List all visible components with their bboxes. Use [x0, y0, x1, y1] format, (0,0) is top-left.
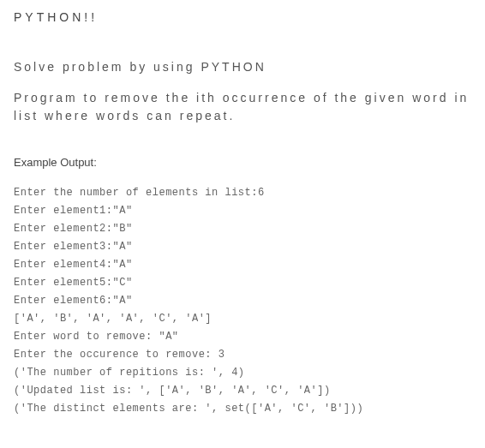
output-line: Enter the occurence to remove: 3 — [14, 346, 471, 364]
output-line: Enter element4:"A" — [14, 256, 471, 274]
output-line: ('The number of repitions is: ', 4) — [14, 364, 471, 382]
example-output-label: Example Output: — [14, 156, 471, 169]
output-line: Enter element2:"B" — [14, 220, 471, 238]
document-title: PYTHON!! — [14, 10, 471, 24]
output-line: Enter element3:"A" — [14, 238, 471, 256]
output-line: Enter word to remove: "A" — [14, 328, 471, 346]
problem-heading: Solve problem by using PYTHON — [14, 60, 471, 74]
output-line: Enter element1:"A" — [14, 202, 471, 220]
output-line: Enter element5:"C" — [14, 274, 471, 292]
output-line: ('The distinct elements are: ', set(['A'… — [14, 400, 471, 418]
output-line: ['A', 'B', 'A', 'A', 'C', 'A'] — [14, 310, 471, 328]
output-line: Enter the number of elements in list:6 — [14, 184, 471, 202]
output-line: Enter element6:"A" — [14, 292, 471, 310]
output-block: Enter the number of elements in list:6 E… — [14, 184, 471, 418]
problem-description: Program to remove the ith occurrence of … — [14, 89, 471, 125]
output-line: ('Updated list is: ', ['A', 'B', 'A', 'C… — [14, 382, 471, 400]
